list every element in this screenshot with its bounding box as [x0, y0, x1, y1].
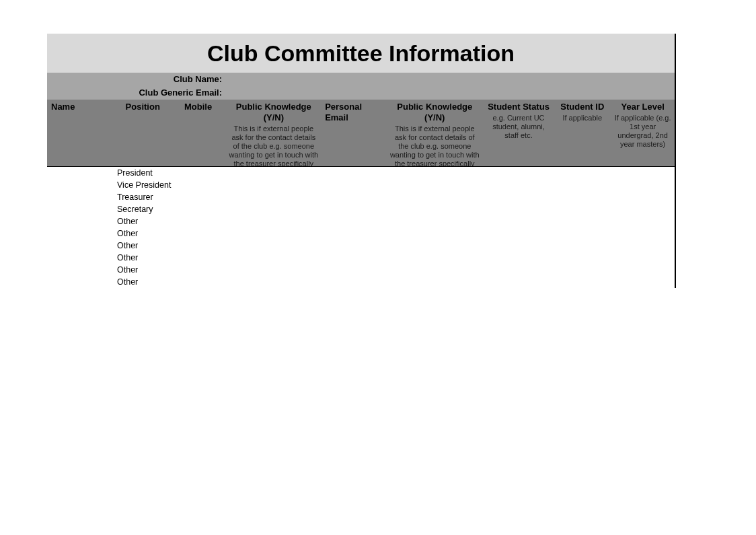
col-id-desc: If applicable [556, 114, 608, 122]
col-status-head: Student Status [486, 102, 552, 112]
cell-position: Other [114, 227, 172, 240]
club-name-label: Club Name: [47, 73, 225, 86]
col-personal-email: Personal Email [322, 100, 386, 166]
cell-position: Other [114, 264, 172, 276]
cell-position: Other [114, 252, 172, 264]
table-row[interactable]: Other [47, 240, 675, 252]
col-email-head: Personal Email [325, 102, 383, 123]
table-row[interactable]: Secretary [47, 203, 675, 215]
cell-position: Secretary [114, 203, 172, 215]
data-area: President Vice President Treasurer Secre… [47, 167, 676, 288]
cell-position: Other [114, 240, 172, 252]
col-pk1-desc: This is if external people ask for the c… [227, 124, 319, 167]
table-row[interactable]: Other [47, 227, 675, 240]
col-pk2-head: Public Knowledge (Y/N) [389, 102, 481, 123]
col-mobile-head: Mobile [174, 102, 223, 112]
cell-position: Other [114, 215, 172, 227]
title-band: Club Committee Information [47, 34, 676, 73]
table-row[interactable]: Treasurer [47, 191, 675, 203]
col-pk2-desc: This is if external people ask for conta… [389, 124, 481, 167]
col-id-head: Student ID [556, 102, 608, 112]
col-position: Position [114, 100, 172, 166]
col-year-head: Year Level [613, 102, 672, 112]
col-student-status: Student Status e.g. Current UC student, … [484, 100, 554, 166]
cell-position: Vice President [114, 179, 172, 191]
col-student-id: Student ID If applicable [554, 100, 611, 166]
col-public-knowledge-2: Public Knowledge (Y/N) This is if extern… [386, 100, 484, 166]
col-position-head: Position [117, 102, 169, 112]
col-pk1-head: Public Knowledge (Y/N) [227, 102, 319, 123]
table-row[interactable]: Vice President [47, 179, 675, 191]
table-row[interactable]: Other [47, 252, 675, 264]
col-name: Name [47, 100, 114, 166]
col-year-desc: If applicable (e.g. 1st year undergrad, … [613, 114, 672, 149]
meta-band: Club Name: Club Generic Email: [47, 73, 676, 100]
col-year-level: Year Level If applicable (e.g. 1st year … [611, 100, 675, 166]
cell-position: Other [114, 276, 172, 288]
table-row[interactable]: Other [47, 215, 675, 227]
cell-position: Treasurer [114, 191, 172, 203]
club-email-label: Club Generic Email: [47, 86, 225, 100]
table-row[interactable]: Other [47, 276, 675, 288]
col-public-knowledge-1: Public Knowledge (Y/N) This is if extern… [225, 100, 322, 166]
cell-position: President [114, 167, 172, 179]
table-row[interactable]: Other [47, 264, 675, 276]
col-mobile: Mobile [172, 100, 225, 166]
table-row[interactable]: President [47, 167, 675, 179]
page-title: Club Committee Information [207, 40, 515, 66]
col-status-desc: e.g. Current UC student, alumni, staff e… [486, 114, 552, 140]
spreadsheet-area: Club Committee Information Club Name: Cl… [47, 34, 676, 288]
col-name-head: Name [51, 102, 112, 112]
column-header-row: Name Position Mobile Public Knowledge (Y… [47, 100, 676, 167]
